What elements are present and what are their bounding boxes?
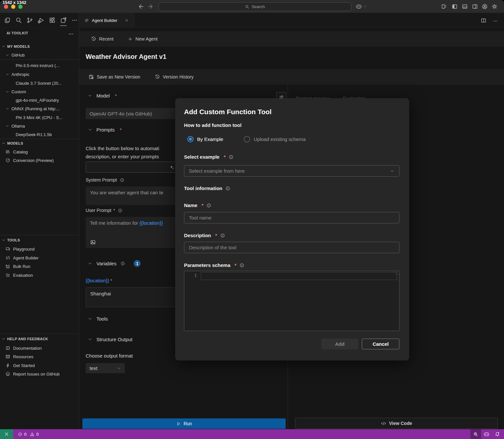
sidebar-item-get-started[interactable]: Get Started (0, 362, 79, 369)
info-icon[interactable] (225, 186, 230, 191)
sidebar-item-catalog[interactable]: Catalog (0, 148, 79, 155)
sidebar-item-conversion[interactable]: Conversion (Preview) (0, 157, 79, 164)
nav-forward-button[interactable] (148, 3, 154, 10)
tree-item-gpt4o-mini[interactable]: gpt-4o-mini_AIFoundry (0, 97, 79, 104)
notifications-bell-button[interactable] (492, 429, 503, 439)
explorer-icon[interactable] (3, 15, 11, 26)
extensions-icon[interactable] (48, 15, 56, 26)
tree-item-custom[interactable]: Custom (0, 88, 79, 95)
settings-gear-button[interactable] (491, 3, 498, 10)
editor-more-actions-icon[interactable] (493, 18, 498, 24)
run-debug-icon[interactable] (37, 15, 45, 26)
zap-icon (5, 363, 10, 368)
split-editor-icon[interactable] (480, 17, 487, 24)
tree-item-claude[interactable]: Claude 3.7 Sonnet (20... (0, 79, 79, 87)
toggle-panel-button[interactable] (462, 3, 468, 10)
tab-agent-builder[interactable]: Agent Builder (79, 13, 135, 28)
plus-icon (128, 37, 133, 42)
section-structure-output[interactable]: Structure Output (88, 337, 132, 342)
sidebar-item-agent-builder[interactable]: Agent Builder (0, 254, 79, 261)
history-icon (155, 74, 160, 80)
sidebar: AI TOOLKIT MY MODELS GitHub Phi-3.5-mini… (0, 13, 79, 429)
radio-unselected-icon (244, 136, 250, 142)
nav-back-button[interactable] (137, 3, 144, 10)
tree-item-anthropic[interactable]: Anthropic (0, 71, 79, 78)
sidebar-item-bulk-run[interactable]: Bulk Run (0, 263, 79, 270)
tree-item-github[interactable]: GitHub (0, 51, 79, 59)
radio-by-example[interactable]: By Example (187, 136, 223, 142)
close-icon[interactable] (125, 18, 129, 23)
sidebar-item-report-issues[interactable]: Report Issues on GitHub (0, 370, 79, 378)
parameters-schema-editor[interactable]: 1 (184, 271, 399, 331)
remote-indicator[interactable] (0, 429, 13, 439)
info-icon[interactable] (118, 208, 123, 213)
macos-zoom-button[interactable] (18, 5, 23, 9)
tool-description-input[interactable] (184, 242, 399, 253)
chevron-down-icon (88, 127, 92, 132)
sidebar-item-evaluation[interactable]: Evaluation (0, 272, 79, 279)
tree-item-deepseek[interactable]: DeepSeek-R1:1.5b (0, 131, 79, 138)
panel-title: AI TOOLKIT (7, 31, 28, 35)
select-example-dropdown[interactable]: Select example from here (184, 165, 399, 177)
tree-item-onnx[interactable]: ONNX (Running at http:... (0, 105, 79, 112)
copilot-status-button[interactable] (481, 429, 492, 439)
macos-minimize-button[interactable] (11, 5, 15, 9)
save-icon (88, 74, 94, 80)
info-icon[interactable] (120, 261, 125, 266)
info-icon[interactable] (206, 203, 211, 208)
section-tools-collapsible[interactable]: Tools (88, 316, 108, 322)
search-icon (245, 5, 249, 9)
output-format-select[interactable]: text (86, 363, 125, 373)
search-icon[interactable] (14, 15, 23, 26)
toggle-secondary-sidebar-button[interactable] (472, 3, 478, 10)
copilot-menu[interactable] (356, 3, 367, 10)
chevron-down-icon (88, 337, 92, 342)
problems-status[interactable]: 0 0 (18, 432, 39, 437)
screencast-zoom-button[interactable] (470, 429, 481, 439)
radio-upload-schema[interactable]: Upload existing schema (244, 136, 306, 142)
tree-item-ollama[interactable]: Ollama (0, 122, 79, 130)
tree-item-phi3-mini[interactable]: Phi 3 Mini 4K (CPU - S... (0, 114, 79, 121)
ai-toolkit-icon[interactable] (59, 15, 67, 26)
tool-information-label: Tool information (184, 185, 230, 191)
sidebar-item-playground[interactable]: Playground (0, 245, 79, 253)
section-models[interactable]: MODELS (1, 140, 76, 147)
toggle-primary-sidebar-button[interactable] (451, 3, 458, 10)
run-button[interactable]: Run (82, 418, 286, 429)
recent-button[interactable]: Recent (91, 36, 113, 42)
tree-item-phi35[interactable]: Phi-3.5-mini instruct (... (0, 62, 79, 69)
info-icon[interactable] (228, 154, 234, 160)
command-center-search[interactable]: Search (159, 2, 351, 11)
view-code-button[interactable]: View Code (295, 418, 498, 429)
info-icon[interactable] (120, 178, 125, 183)
variables-count-badge: 1 (134, 260, 141, 267)
macos-close-button[interactable] (4, 5, 8, 9)
version-history-button[interactable]: Version History (155, 74, 193, 80)
more-actions-icon[interactable] (71, 15, 79, 26)
panel-more-actions-icon[interactable] (68, 31, 74, 37)
section-my-models[interactable]: MY MODELS (1, 43, 76, 50)
sidebar-item-resources[interactable]: Resources (0, 353, 79, 360)
section-prompts[interactable]: Prompts* (88, 127, 122, 132)
save-as-new-version-button[interactable]: Save as New Version (88, 74, 140, 80)
dialog-title: Add Custom Function Tool (184, 108, 272, 116)
sparkle-icon (169, 165, 174, 170)
account-button[interactable] (481, 3, 488, 10)
user-prompt-label: User Prompt* (86, 208, 123, 213)
section-help-feedback[interactable]: HELP AND FEEDBACK (1, 336, 76, 342)
source-control-icon[interactable] (26, 15, 34, 26)
copilot-icon (356, 3, 362, 10)
sidebar-item-documentation[interactable]: Documentation (0, 344, 79, 352)
section-tools[interactable]: TOOLS (1, 237, 76, 243)
new-agent-button[interactable]: New Agent (128, 36, 158, 42)
info-icon[interactable] (239, 263, 244, 268)
cancel-button[interactable]: Cancel (362, 339, 399, 349)
section-variables[interactable]: Variables 1 (88, 260, 141, 267)
activity-bar (0, 13, 79, 28)
add-button[interactable]: Add (321, 339, 358, 349)
attach-image-icon[interactable] (90, 239, 96, 245)
tool-name-input[interactable] (184, 212, 399, 223)
customize-layout-button[interactable] (441, 3, 447, 10)
info-icon[interactable] (220, 233, 225, 238)
section-model[interactable]: Model* (88, 93, 117, 98)
